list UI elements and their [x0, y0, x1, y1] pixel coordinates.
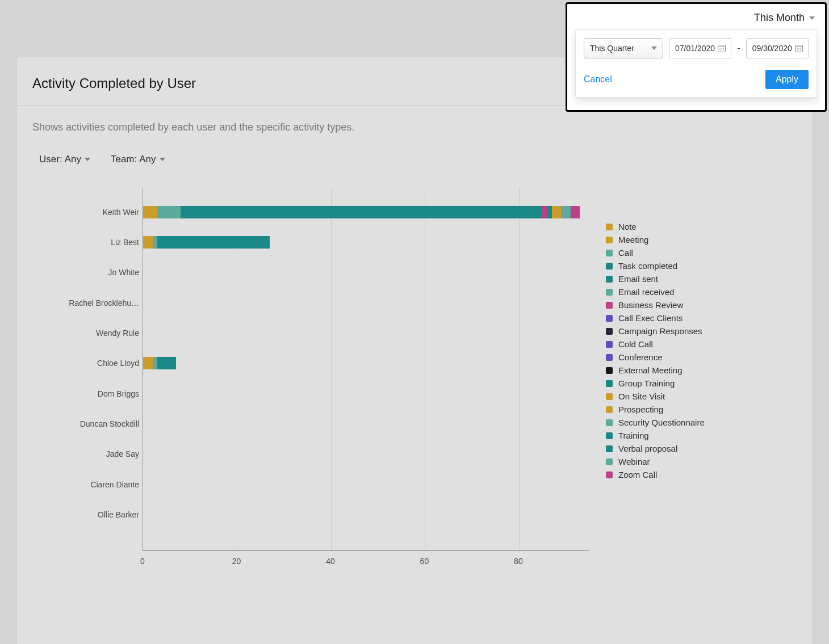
- svg-point-10: [797, 48, 798, 49]
- svg-point-3: [722, 48, 723, 49]
- date-end-input[interactable]: 09/30/2020: [746, 38, 809, 58]
- date-end-value: 09/30/2020: [752, 44, 792, 53]
- svg-point-11: [798, 48, 799, 49]
- date-range-row: This Quarter 07/01/2020 - 09/30/2020: [584, 38, 809, 58]
- calendar-icon: [717, 44, 726, 53]
- cancel-button[interactable]: Cancel: [584, 74, 612, 85]
- date-range-popover: This Month This Quarter 07/01/2020 - 09/…: [566, 2, 827, 112]
- date-range-separator: -: [737, 43, 740, 53]
- chevron-down-icon: [809, 16, 815, 20]
- svg-point-15: [800, 49, 801, 50]
- date-preset-select[interactable]: This Quarter: [584, 38, 663, 58]
- svg-point-13: [797, 49, 798, 50]
- svg-point-7: [723, 49, 725, 50]
- apply-button[interactable]: Apply: [765, 70, 809, 89]
- date-range-actions: Cancel Apply: [584, 70, 809, 89]
- date-range-header[interactable]: This Month: [567, 4, 825, 30]
- svg-point-6: [722, 49, 723, 50]
- date-start-input[interactable]: 07/01/2020: [669, 38, 731, 58]
- svg-point-2: [720, 48, 721, 49]
- date-preset-value: This Quarter: [590, 44, 634, 53]
- date-range-body: This Quarter 07/01/2020 - 09/30/2020 Can…: [575, 30, 817, 98]
- chevron-down-icon: [651, 47, 657, 50]
- svg-point-4: [723, 48, 725, 49]
- svg-point-5: [720, 49, 721, 50]
- date-start-value: 07/01/2020: [675, 44, 715, 53]
- calendar-icon: [794, 44, 803, 53]
- svg-point-14: [798, 49, 799, 50]
- date-range-header-label: This Month: [754, 12, 805, 24]
- svg-point-12: [800, 48, 801, 49]
